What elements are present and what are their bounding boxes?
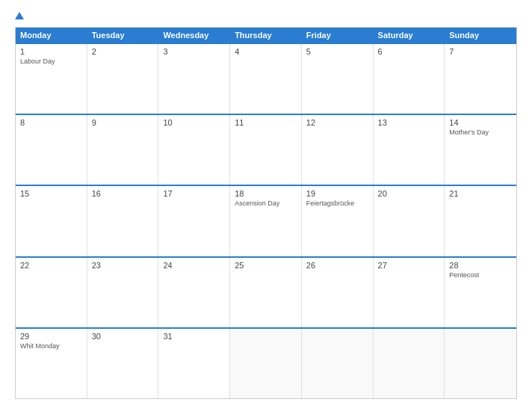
day-event: Labour Day [20,58,82,67]
day-event: Mother's Day [449,129,512,137]
day-number: 8 [20,118,82,127]
calendar-week-5: 29Whit Monday3031 [16,327,516,398]
calendar-cell: 6 [374,44,445,114]
calendar-week-3: 15161718Ascension Day19Feiertagsbrücke20… [16,185,516,256]
day-number: 16 [92,189,154,198]
calendar-cell: 20 [374,186,445,256]
day-number: 27 [378,261,440,270]
day-number: 28 [449,261,512,270]
calendar-cell: 13 [374,115,445,185]
calendar-week-1: 1Labour Day234567 [16,43,516,114]
day-number: 12 [306,118,368,127]
day-number: 25 [235,261,297,270]
day-header-sunday: Sunday [445,28,516,43]
calendar-cell: 12 [302,115,374,185]
calendar-cell: 25 [230,258,302,327]
calendar-cell [374,329,445,398]
day-number: 24 [163,261,225,270]
calendar-cell: 15 [16,186,87,256]
calendar-cell: 28Pentecost [445,258,516,327]
day-number: 13 [378,118,440,127]
day-event: Feiertagsbrücke [306,200,368,208]
day-number: 3 [163,47,225,56]
day-header-monday: Monday [16,28,87,43]
calendar-cell: 3 [158,44,230,114]
calendar-cell: 19Feiertagsbrücke [302,186,374,256]
day-number: 10 [163,118,225,127]
calendar-cell: 27 [374,258,445,327]
calendar-cell: 11 [230,115,302,185]
day-number: 21 [449,189,512,198]
day-number: 18 [235,189,297,198]
day-number: 1 [20,47,82,56]
day-number: 29 [20,332,82,341]
day-number: 11 [235,118,297,127]
day-number: 14 [449,118,512,127]
calendar-cell: 10 [158,115,230,185]
logo-triangle-icon [15,12,24,19]
calendar-cell [445,329,516,398]
day-number: 5 [306,47,368,56]
calendar-cell: 21 [445,186,516,256]
logo [15,12,25,19]
calendar-cell: 8 [16,115,87,185]
calendar-page: MondayTuesdayWednesdayThursdayFridaySatu… [0,0,532,411]
day-event: Pentecost [449,271,512,280]
day-number: 4 [235,47,297,56]
calendar-cell: 14Mother's Day [445,115,516,185]
day-number: 15 [20,189,82,198]
day-event: Ascension Day [235,200,297,208]
calendar-cell: 30 [87,329,159,398]
calendar-cell: 18Ascension Day [230,186,302,256]
day-header-thursday: Thursday [230,28,302,43]
calendar-cell: 24 [158,258,230,327]
day-number: 26 [306,261,368,270]
day-number: 31 [163,332,225,341]
calendar-cell: 7 [445,44,516,114]
day-header-friday: Friday [302,28,374,43]
day-number: 19 [306,189,368,198]
calendar-cell: 16 [87,186,159,256]
day-number: 2 [92,47,154,56]
calendar-header: MondayTuesdayWednesdayThursdayFridaySatu… [16,28,516,43]
day-number: 23 [92,261,154,270]
page-header [15,12,517,19]
day-number: 30 [92,332,154,341]
day-header-tuesday: Tuesday [87,28,159,43]
calendar-cell: 23 [87,258,159,327]
day-event: Whit Monday [20,342,82,351]
calendar-cell [302,329,374,398]
day-number: 22 [20,261,82,270]
day-number: 20 [378,189,440,198]
calendar-cell: 26 [302,258,374,327]
calendar-cell: 5 [302,44,374,114]
calendar-week-4: 22232425262728Pentecost [16,256,516,327]
calendar-grid: MondayTuesdayWednesdayThursdayFridaySatu… [15,27,517,399]
day-header-wednesday: Wednesday [158,28,230,43]
logo-blue-text [15,12,25,19]
day-header-saturday: Saturday [374,28,445,43]
calendar-body: 1Labour Day234567891011121314Mother's Da… [16,43,516,398]
calendar-week-2: 891011121314Mother's Day [16,114,516,185]
calendar-cell: 1Labour Day [16,44,87,114]
calendar-cell: 9 [87,115,159,185]
calendar-cell: 22 [16,258,87,327]
calendar-cell: 17 [158,186,230,256]
day-number: 6 [378,47,440,56]
calendar-cell [230,329,302,398]
day-number: 17 [163,189,225,198]
calendar-cell: 4 [230,44,302,114]
calendar-cell: 2 [87,44,159,114]
calendar-cell: 31 [158,329,230,398]
calendar-cell: 29Whit Monday [16,329,87,398]
day-number: 9 [92,118,154,127]
day-number: 7 [449,47,512,56]
